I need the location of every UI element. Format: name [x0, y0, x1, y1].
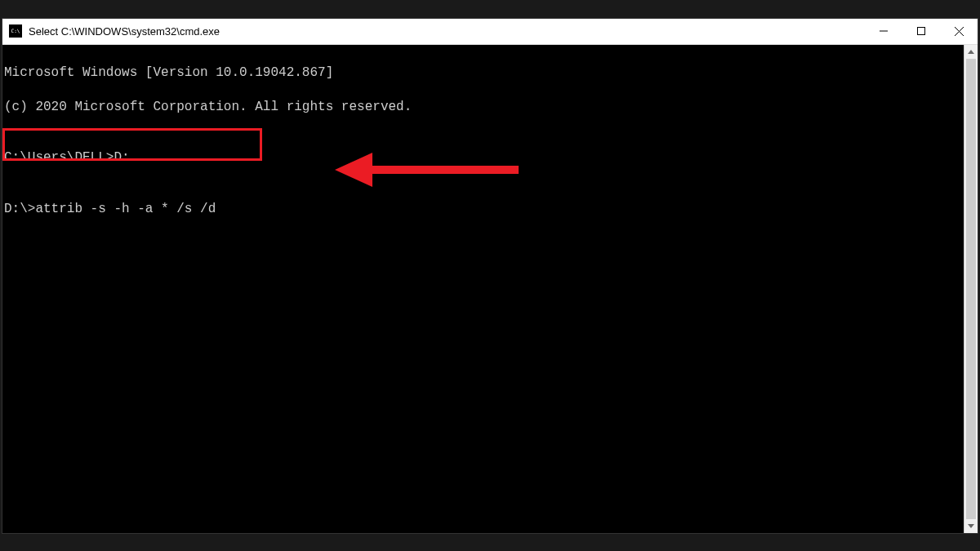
window-title: Select C:\WINDOWS\system32\cmd.exe [29, 25, 865, 38]
terminal-output-line: Microsoft Windows [Version 10.0.19042.86… [4, 64, 962, 82]
scroll-track[interactable] [964, 59, 978, 519]
terminal-prompt-line: D:\>attrib -s -h -a * /s /d [4, 201, 962, 218]
prompt-command: D: [114, 150, 129, 165]
close-button[interactable] [940, 19, 978, 44]
scroll-down-button[interactable] [964, 519, 978, 533]
close-icon [955, 27, 964, 36]
cmd-window: Select C:\WINDOWS\system32\cmd.exe Mic [2, 18, 978, 534]
svg-marker-6 [968, 50, 974, 54]
cmd-icon [9, 24, 22, 38]
minimize-icon [880, 27, 888, 35]
terminal-area: Microsoft Windows [Version 10.0.19042.86… [2, 45, 978, 533]
prompt-path: D:\> [4, 202, 35, 216]
prompt-path: C:\Users\DELL> [4, 150, 114, 165]
chevron-up-icon [968, 50, 974, 54]
terminal[interactable]: Microsoft Windows [Version 10.0.19042.86… [2, 45, 964, 533]
scroll-up-button[interactable] [964, 45, 978, 59]
maximize-button[interactable] [902, 19, 940, 44]
prompt-command: attrib -s -h -a * /s /d [35, 202, 216, 216]
maximize-icon [917, 27, 925, 35]
titlebar[interactable]: Select C:\WINDOWS\system32\cmd.exe [2, 19, 978, 45]
svg-marker-7 [968, 524, 974, 528]
terminal-output-line: (c) 2020 Microsoft Corporation. All righ… [4, 99, 962, 116]
vertical-scrollbar[interactable] [964, 45, 978, 533]
terminal-prompt-line: C:\Users\DELL>D: [4, 149, 962, 167]
window-controls [865, 19, 978, 44]
chevron-down-icon [968, 524, 974, 528]
minimize-button[interactable] [865, 19, 902, 44]
scroll-thumb[interactable] [966, 59, 976, 519]
svg-rect-1 [918, 28, 925, 35]
